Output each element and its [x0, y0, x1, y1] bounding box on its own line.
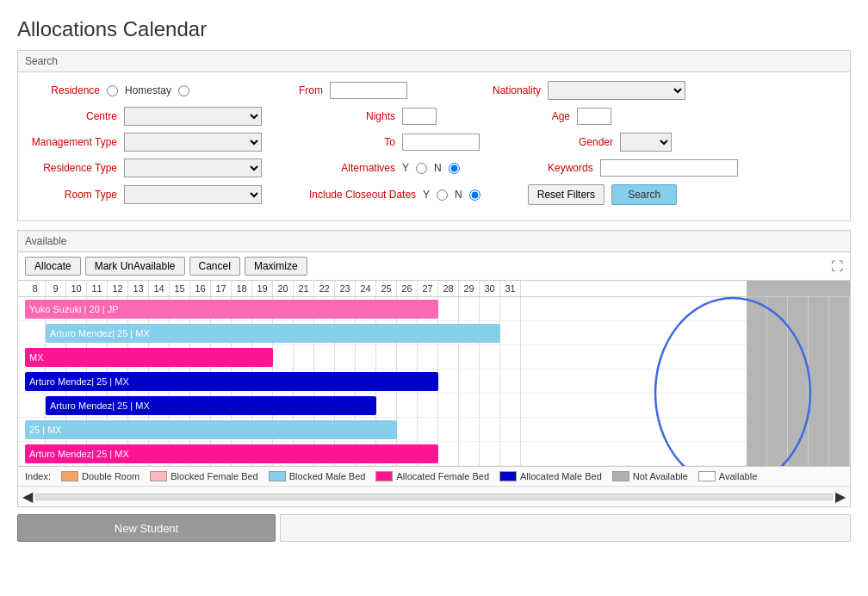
day-header-13: 13: [128, 281, 149, 296]
to-input[interactable]: 05/31/2017: [402, 133, 480, 151]
day-header-28: 28: [438, 281, 459, 296]
residence-radio[interactable]: [107, 85, 118, 96]
double-room-label: Double Room: [82, 471, 140, 481]
age-input[interactable]: [577, 108, 611, 125]
legend-allocated-male: Allocated Male Bed: [499, 471, 602, 481]
legend-allocated-female: Allocated Female Bed: [375, 471, 489, 481]
residence-type-label: Residence Type: [31, 162, 117, 174]
closeout-n-radio[interactable]: [469, 189, 480, 201]
homestay-radio[interactable]: [178, 85, 189, 96]
calendar-scroll[interactable]: 8910111213141516171819202122232425262728…: [18, 281, 850, 466]
day-header-18: 18: [232, 281, 252, 296]
page-title: Allocations Calendar: [17, 17, 851, 41]
calendar-row: Arturo Mendez| 25 | MX: [18, 442, 850, 466]
day-header-15: 15: [170, 281, 190, 296]
available-swatch: [698, 471, 716, 481]
legend-available: Available: [698, 471, 757, 481]
room-type-select[interactable]: [124, 185, 262, 204]
calendar-row: MX: [18, 345, 850, 369]
day-header-9: 9: [46, 281, 66, 296]
nights-label: Nights: [309, 110, 395, 122]
day-header-14: 14: [149, 281, 170, 296]
double-room-swatch: [61, 471, 78, 481]
calendar-row: Yuko Suzuki | 20 | JP: [18, 297, 850, 321]
age-label: Age: [484, 110, 570, 122]
closeout-y-label: Y: [423, 189, 430, 201]
legend-blocked-male: Blocked Male Bed: [269, 471, 366, 481]
alt-y-radio[interactable]: [416, 163, 427, 174]
search-panel-header: Search: [18, 51, 850, 72]
nationality-label: Nationality: [455, 84, 541, 96]
day-header-24: 24: [356, 281, 376, 296]
day-header-19: 19: [252, 281, 273, 296]
reset-filters-button[interactable]: Reset Filters: [528, 184, 604, 205]
centre-select[interactable]: [124, 107, 262, 126]
allocated-female-label: Allocated Female Bed: [396, 471, 489, 481]
event-bar: Yuko Suzuki | 20 | JP: [25, 300, 438, 319]
event-bar: Arturo Mendez| 25 | MX: [46, 396, 376, 415]
closeout-y-radio[interactable]: [437, 189, 448, 201]
day-header-25: 25: [376, 281, 397, 296]
available-label: Available: [719, 471, 757, 481]
search-panel: Search Residence Homestay From 05/01/201…: [17, 50, 851, 221]
keywords-label: Keywords: [507, 162, 593, 174]
calendar-row: 25 | MX: [18, 418, 850, 442]
calendar-row: Arturo Mendez| 25 | MX: [18, 394, 850, 418]
residence-label: Residence: [31, 84, 100, 96]
calendar-row: Arturo Mendez| 25 | MX: [18, 369, 850, 394]
legend-not-available: Not Available: [612, 471, 688, 481]
event-bar: Arturo Mendez| 25 | MX: [46, 324, 500, 343]
mark-unavailable-button[interactable]: Mark UnAvailable: [85, 257, 185, 276]
day-header-11: 11: [87, 281, 108, 296]
to-label: To: [309, 136, 395, 148]
scroll-right-btn[interactable]: ▶: [835, 488, 846, 505]
keywords-input[interactable]: [600, 159, 738, 177]
centre-label: Centre: [31, 110, 117, 122]
legend-blocked-female: Blocked Female Bed: [150, 471, 258, 481]
include-closeout-label: Include Closeout Dates: [309, 189, 416, 201]
day-header-22: 22: [314, 281, 335, 296]
legend-label: Index:: [25, 471, 51, 481]
event-bar: Arturo Mendez| 25 | MX: [25, 372, 438, 391]
alt-y-label: Y: [402, 162, 409, 174]
from-input[interactable]: 05/01/2017: [330, 82, 407, 99]
legend-row: Index: Double Room Blocked Female Bed Bl…: [18, 466, 850, 486]
calendar-toolbar: Allocate Mark UnAvailable Cancel Maximiz…: [18, 252, 850, 281]
available-header: Available: [18, 231, 850, 252]
alt-n-label: N: [434, 162, 442, 174]
search-button[interactable]: Search: [611, 184, 677, 205]
homestay-label: Homestay: [125, 84, 171, 96]
residence-type-select[interactable]: [124, 158, 262, 177]
day-header-29: 29: [459, 281, 480, 296]
allocated-female-swatch: [375, 471, 393, 481]
legend-double-room: Double Room: [61, 471, 140, 481]
nationality-select[interactable]: [548, 81, 685, 100]
gender-select[interactable]: [620, 133, 672, 152]
event-bar: 25 | MX: [25, 420, 397, 439]
allocated-male-label: Allocated Male Bed: [520, 471, 602, 481]
new-student-button[interactable]: New Student: [17, 514, 276, 542]
scroll-left-btn[interactable]: ◀: [22, 488, 33, 505]
day-header-16: 16: [190, 281, 211, 296]
nights-input[interactable]: 30: [402, 108, 437, 125]
allocated-male-swatch: [499, 471, 517, 481]
day-header-10: 10: [66, 281, 87, 296]
room-type-label: Room Type: [31, 189, 117, 201]
day-header-20: 20: [273, 281, 294, 296]
event-bar: MX: [25, 348, 273, 367]
cancel-button[interactable]: Cancel: [189, 257, 240, 276]
from-label: From: [237, 84, 323, 96]
not-available-swatch: [612, 471, 629, 481]
alternatives-label: Alternatives: [309, 162, 395, 174]
management-select[interactable]: [124, 133, 262, 152]
day-header-23: 23: [335, 281, 356, 296]
day-header-30: 30: [480, 281, 500, 296]
maximize-button[interactable]: Maximize: [245, 257, 307, 276]
fullscreen-icon[interactable]: ⛶: [831, 259, 843, 273]
blocked-male-swatch: [269, 471, 286, 481]
allocate-button[interactable]: Allocate: [25, 257, 81, 276]
available-panel: Available Allocate Mark UnAvailable Canc…: [17, 230, 851, 507]
blocked-female-label: Blocked Female Bed: [170, 471, 258, 481]
alt-n-radio[interactable]: [449, 163, 460, 174]
day-header-26: 26: [397, 281, 418, 296]
